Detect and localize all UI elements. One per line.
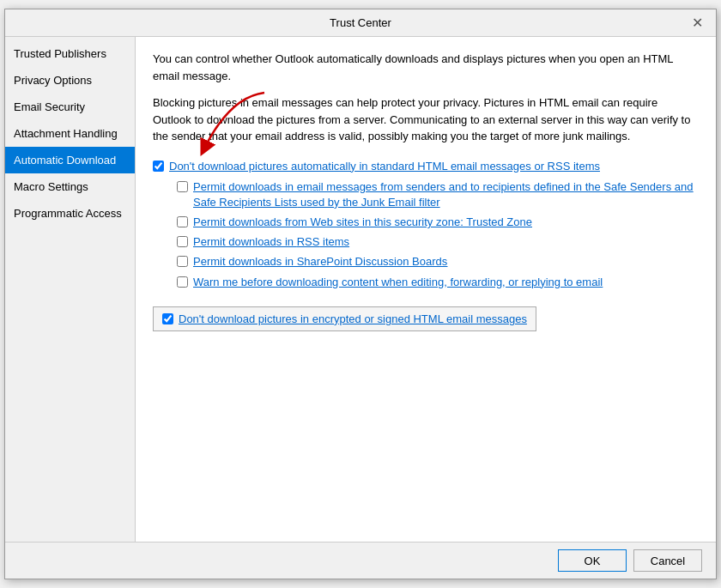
close-button[interactable]: ✕ xyxy=(688,15,706,32)
no-auto-download-checkbox[interactable] xyxy=(153,161,164,172)
cancel-button[interactable]: Cancel xyxy=(633,549,702,572)
sidebar-item-privacy-options[interactable]: Privacy Options xyxy=(5,67,135,94)
warn-before-label[interactable]: Warn me before downloading content when … xyxy=(193,275,603,290)
sidebar-item-macro-settings[interactable]: Macro Settings xyxy=(5,173,135,200)
encrypted-section: Don't download pictures in encrypted or … xyxy=(153,306,536,331)
permit-safe-senders-label[interactable]: Permit downloads in email messages from … xyxy=(193,179,699,210)
permit-sharepoint-checkbox[interactable] xyxy=(177,256,188,267)
sub-options: Permit downloads in email messages from … xyxy=(177,179,699,290)
sidebar-item-email-security[interactable]: Email Security xyxy=(5,94,135,120)
trust-center-dialog: Trust Center ✕ Trusted PublishersPrivacy… xyxy=(4,9,717,579)
intro-paragraph: You can control whether Outlook automati… xyxy=(153,51,699,84)
sidebar-item-attachment-handling[interactable]: Attachment Handling xyxy=(5,120,135,147)
dialog-body: Trusted PublishersPrivacy OptionsEmail S… xyxy=(5,37,716,542)
sidebar: Trusted PublishersPrivacy OptionsEmail S… xyxy=(5,37,136,542)
permit-rss-checkbox[interactable] xyxy=(177,236,188,247)
permit-web-sites-checkbox[interactable] xyxy=(177,216,188,227)
title-bar: Trust Center ✕ xyxy=(5,9,716,37)
permit-sharepoint-row[interactable]: Permit downloads in SharePoint Discussio… xyxy=(177,254,699,270)
warn-before-row[interactable]: Warn me before downloading content when … xyxy=(177,275,699,290)
no-auto-download-label[interactable]: Don't download pictures automatically in… xyxy=(169,159,600,174)
warn-before-checkbox[interactable] xyxy=(177,276,188,288)
dialog-footer: OK Cancel xyxy=(5,542,716,579)
primary-checkbox-row[interactable]: Don't download pictures automatically in… xyxy=(153,159,699,174)
main-content: You can control whether Outlook automati… xyxy=(136,37,716,542)
sidebar-item-trusted-publishers[interactable]: Trusted Publishers xyxy=(5,40,135,67)
permit-rss-row[interactable]: Permit downloads in RSS items xyxy=(177,234,699,250)
permit-web-sites-label[interactable]: Permit downloads from Web sites in this … xyxy=(193,215,532,230)
dialog-title: Trust Center xyxy=(33,16,688,29)
permit-rss-label[interactable]: Permit downloads in RSS items xyxy=(193,234,349,250)
permit-web-sites-row[interactable]: Permit downloads from Web sites in this … xyxy=(177,215,699,230)
ok-button[interactable]: OK xyxy=(558,549,627,572)
permit-safe-senders-row[interactable]: Permit downloads in email messages from … xyxy=(177,179,699,210)
no-download-encrypted-checkbox[interactable] xyxy=(162,313,173,324)
no-download-encrypted-label[interactable]: Don't download pictures in encrypted or … xyxy=(179,312,527,325)
blocking-paragraph: Blocking pictures in email messages can … xyxy=(153,94,699,145)
sidebar-item-automatic-download[interactable]: Automatic Download xyxy=(5,147,135,173)
sidebar-item-programmatic-access[interactable]: Programmatic Access xyxy=(5,200,135,227)
permit-sharepoint-label[interactable]: Permit downloads in SharePoint Discussio… xyxy=(193,254,447,270)
permit-safe-senders-checkbox[interactable] xyxy=(177,181,188,192)
